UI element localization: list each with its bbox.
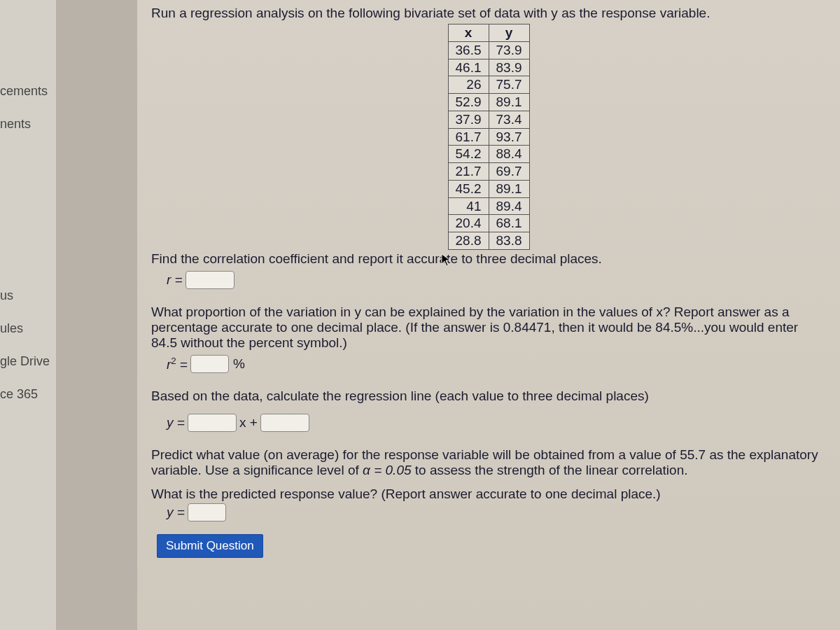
y-predict-label: y =	[167, 505, 185, 520]
sidebar-item[interactable]: ules	[0, 316, 56, 342]
table-row: 28.883.8	[448, 232, 529, 250]
sidebar-item[interactable]: nents	[0, 111, 56, 137]
table-row: 54.288.4	[448, 146, 529, 163]
r2-label: r2 =	[167, 356, 188, 372]
sidebar-item[interactable]: ce 365	[0, 382, 56, 407]
sidebar: cements nents us ules gle Drive ce 365	[0, 0, 56, 630]
col-header-x: x	[448, 24, 489, 42]
slope-input[interactable]	[188, 414, 237, 432]
x-plus-label: x +	[239, 415, 258, 430]
question-q3: Based on the data, calculate the regress…	[151, 388, 826, 404]
question-q2: What proportion of the variation in y ca…	[151, 304, 826, 351]
submit-button[interactable]: Submit Question	[157, 534, 263, 558]
cursor-icon	[441, 253, 452, 267]
table-row: 52.989.1	[448, 94, 529, 111]
question-content: Run a regression analysis on the followi…	[137, 0, 840, 630]
table-row: 20.468.1	[448, 215, 529, 232]
sidebar-item[interactable]: gle Drive	[0, 349, 56, 374]
table-row: 61.793.7	[448, 128, 529, 146]
data-table: x y 36.573.9 46.183.9 2675.7 52.989.1 37…	[448, 24, 530, 250]
sidebar-item[interactable]: us	[0, 283, 56, 309]
table-row: 37.973.4	[448, 111, 529, 128]
sidebar-item[interactable]: cements	[0, 78, 56, 104]
col-header-y: y	[489, 24, 529, 42]
intercept-input[interactable]	[260, 414, 309, 432]
r2-input[interactable]	[190, 355, 229, 373]
r-input[interactable]	[186, 271, 234, 289]
table-row: 45.289.1	[448, 180, 529, 197]
question-q4: Predict what value (on average) for the …	[151, 447, 826, 478]
y-predict-input[interactable]	[188, 503, 226, 522]
y-equals-label: y =	[167, 415, 185, 430]
question-intro: Run a regression analysis on the followi…	[151, 6, 826, 21]
table-row: 21.769.7	[448, 163, 529, 181]
table-row: 36.573.9	[448, 41, 529, 59]
r-label: r =	[167, 272, 183, 288]
table-row: 2675.7	[448, 76, 529, 94]
table-row: 4189.4	[448, 197, 529, 215]
question-q5: What is the predicted response value? (R…	[151, 486, 826, 502]
question-q1: Find the correlation coefficient and rep…	[151, 251, 826, 267]
percent-symbol: %	[233, 356, 245, 372]
table-row: 46.183.9	[448, 59, 529, 76]
